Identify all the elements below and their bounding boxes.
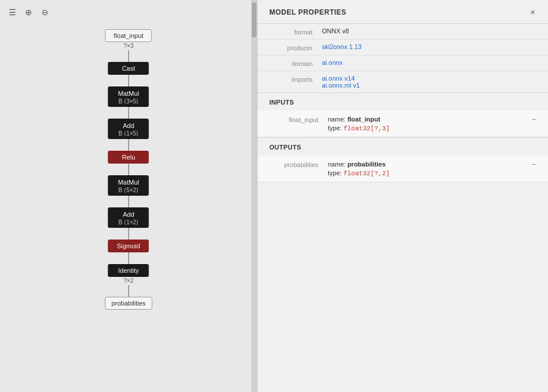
output-key: probabilities [269, 160, 328, 168]
output-name-value: probabilities [348, 161, 386, 168]
input-minus: − [532, 115, 536, 123]
output-type-label: type: [328, 169, 342, 176]
node-identity: Identity ?×2 [108, 264, 149, 297]
input-key: float_input [269, 115, 328, 123]
panel-header: MODEL PROPERTIES × [258, 0, 548, 24]
matmul2-label: MatMul [115, 179, 142, 186]
sigmoid-node[interactable]: Sigmoid [108, 240, 149, 252]
output-type: type: float32[?,2] [328, 169, 536, 177]
properties-table: format ONNX v8 producer skl2onnx 1.13 do… [258, 24, 548, 92]
outputs-section-header: OUTPUTS [258, 137, 548, 155]
connector-line-6 [128, 196, 129, 207]
input-name-row: name: float_input − [328, 115, 536, 123]
close-button[interactable]: × [529, 8, 536, 16]
matmul2-node[interactable]: MatMul B ⟨5×2⟩ [108, 175, 149, 196]
cast-node[interactable]: Cast [108, 62, 149, 75]
imports-value-1: ai.onnx v14 [322, 75, 536, 82]
output-name-row: name: probabilities − [328, 160, 536, 168]
node-cast: Cast [108, 62, 149, 86]
inputs-block: float_input name: float_input − type: fl… [258, 110, 548, 137]
scrollbar[interactable] [251, 0, 257, 392]
panel-content: format ONNX v8 producer skl2onnx 1.13 do… [258, 24, 548, 392]
imports-key: imports [269, 75, 322, 83]
output-details: name: probabilities − type: float32[?,2] [328, 160, 536, 177]
add1-detail: B ⟨1×5⟩ [115, 130, 142, 137]
input-details: name: float_input − type: float32[?,3] [328, 115, 536, 132]
scroll-thumb[interactable] [252, 2, 256, 37]
output-minus: − [532, 160, 536, 168]
input-row: float_input name: float_input − type: fl… [258, 110, 548, 137]
node-sigmoid: Sigmoid [108, 240, 149, 264]
matmul1-detail: B ⟨3×5⟩ [115, 98, 142, 105]
producer-row: producer skl2onnx 1.13 [258, 40, 548, 55]
output-row: probabilities name: probabilities − type… [258, 155, 548, 182]
matmul1-label: MatMul [115, 90, 142, 97]
input-name-label: name: [328, 116, 346, 123]
format-value: ONNX v8 [322, 27, 536, 34]
format-key: format [269, 27, 322, 36]
add2-detail: B ⟨1×2⟩ [115, 219, 142, 226]
output-name-label: name: [328, 161, 346, 168]
relu-node[interactable]: Relu [108, 151, 149, 164]
graph-panel: ☰ ⊕ ⊖ float_input ?×3 Cast MatMul B ⟨3×5… [0, 0, 257, 392]
zoom-in-button[interactable]: ⊕ [22, 6, 35, 19]
input-type: type: float32[?,3] [328, 124, 536, 132]
connector-label-9: ?×2 [124, 278, 134, 284]
output-type-value: float32[?,2] [344, 170, 390, 177]
connector-line-9 [128, 285, 129, 297]
input-name-value: float_input [348, 116, 380, 123]
add2-label: Add [115, 211, 142, 218]
connector-line-2 [128, 75, 129, 86]
graph-container: float_input ?×3 Cast MatMul B ⟨3×5⟩ Add … [105, 29, 152, 310]
input-type-value: float32[?,3] [344, 125, 390, 132]
connector-line-7 [128, 228, 129, 240]
add2-node[interactable]: Add B ⟨1×2⟩ [108, 207, 149, 228]
domain-value: ai.onnx [322, 59, 536, 66]
node-matmul2: MatMul B ⟨5×2⟩ [108, 175, 149, 207]
add1-node[interactable]: Add B ⟨1×5⟩ [108, 119, 149, 139]
imports-row: imports ai.onnx v14 ai.onnx.ml v1 [258, 71, 548, 92]
input-name: name: float_input [328, 116, 380, 123]
outputs-block: probabilities name: probabilities − type… [258, 155, 548, 182]
float-input-node[interactable]: float_input [105, 29, 152, 42]
node-probabilities: probabilities [105, 297, 152, 310]
output-name: name: probabilities [328, 161, 386, 168]
imports-value-2: ai.onnx.ml v1 [322, 82, 536, 89]
probabilities-node[interactable]: probabilities [105, 297, 152, 310]
add1-label: Add [115, 122, 142, 129]
imports-values: ai.onnx v14 ai.onnx.ml v1 [322, 75, 536, 89]
format-row: format ONNX v8 [258, 24, 548, 40]
node-add2: Add B ⟨1×2⟩ [108, 207, 149, 240]
connector-line-8 [128, 252, 129, 264]
node-float-input: float_input ?×3 [105, 29, 152, 62]
menu-button[interactable]: ☰ [6, 6, 19, 19]
matmul1-node[interactable]: MatMul B ⟨3×5⟩ [108, 86, 149, 107]
identity-node[interactable]: Identity [108, 264, 149, 277]
connector-line-5 [128, 164, 129, 175]
connector-label-1: ?×3 [124, 43, 134, 49]
domain-row: domain ai.onnx [258, 55, 548, 71]
properties-panel: MODEL PROPERTIES × format ONNX v8 produc… [257, 0, 548, 392]
node-add1: Add B ⟨1×5⟩ [108, 119, 149, 151]
producer-value: skl2onnx 1.13 [322, 43, 536, 50]
connector-line-4 [128, 139, 129, 151]
matmul2-detail: B ⟨5×2⟩ [115, 187, 142, 193]
node-relu: Relu [108, 151, 149, 175]
inputs-section-header: INPUTS [258, 92, 548, 110]
connector-line-1 [128, 50, 129, 62]
connector-line-3 [128, 107, 129, 119]
toolbar: ☰ ⊕ ⊖ [6, 6, 51, 19]
producer-key: producer [269, 43, 322, 51]
node-matmul1: MatMul B ⟨3×5⟩ [108, 86, 149, 119]
input-type-label: type: [328, 124, 342, 131]
panel-title: MODEL PROPERTIES [269, 8, 346, 16]
domain-key: domain [269, 59, 322, 67]
zoom-out-button[interactable]: ⊖ [39, 6, 51, 19]
